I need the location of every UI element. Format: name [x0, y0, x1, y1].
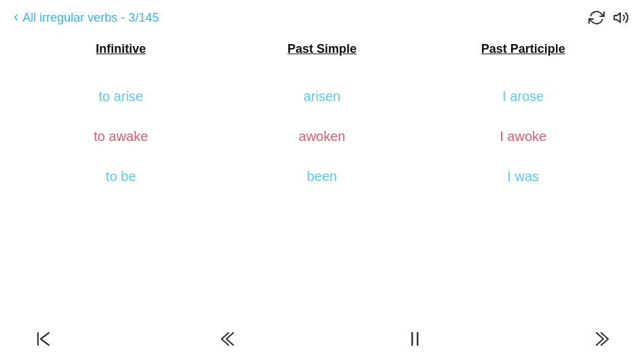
header: ‹ All irregular verbs - 3/145 — [0, 0, 644, 35]
table-row: to be been I was — [20, 157, 624, 197]
past-participle-cell-1: I arose — [422, 89, 624, 104]
prev-button[interactable] — [220, 329, 239, 348]
infinitive-cell-3: to be — [20, 169, 222, 184]
first-button[interactable] — [34, 329, 53, 348]
back-chevron-icon: ‹ — [14, 9, 18, 24]
table-row: to arise arisen I arose — [20, 77, 624, 117]
refresh-icon[interactable] — [588, 9, 605, 26]
infinitive-cell-1: to arise — [20, 89, 222, 104]
header-icons — [588, 9, 630, 26]
column-headers: Infinitive Past Simple Past Participle — [20, 35, 624, 77]
verb-rows: to arise arisen I arose to awake awoken … — [20, 77, 624, 197]
pause-button[interactable] — [405, 329, 424, 348]
back-button[interactable]: ‹ All irregular verbs - 3/145 — [14, 11, 159, 25]
bottom-navigation — [0, 323, 644, 362]
svg-marker-0 — [614, 13, 620, 22]
col-header-infinitive: Infinitive — [20, 42, 222, 56]
volume-icon[interactable] — [613, 9, 630, 26]
col-header-past-simple: Past Simple — [222, 42, 423, 56]
past-participle-cell-3: I was — [422, 169, 624, 184]
past-simple-cell-2: awoken — [222, 129, 423, 144]
infinitive-cell-2: to awake — [20, 129, 222, 144]
verb-table: Infinitive Past Simple Past Participle t… — [0, 35, 644, 197]
past-simple-cell-3: been — [222, 169, 423, 184]
past-simple-cell-1: arisen — [222, 89, 423, 104]
col-header-past-participle: Past Participle — [422, 42, 624, 56]
next-button[interactable] — [591, 329, 610, 348]
back-label: All irregular verbs - 3/145 — [22, 11, 159, 25]
past-participle-cell-2: I awoke — [422, 129, 624, 144]
table-row: to awake awoken I awoke — [20, 117, 624, 157]
